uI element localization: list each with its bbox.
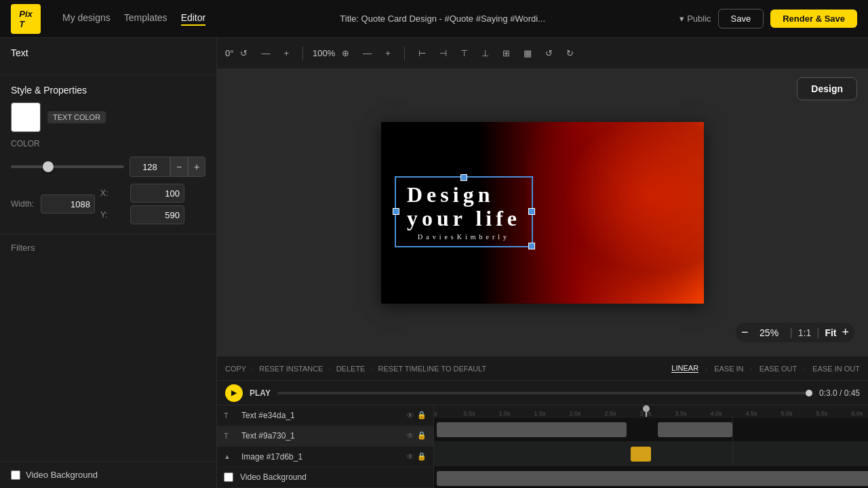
lock-icon-2[interactable]: 🔒 xyxy=(417,431,427,441)
ease-out-button[interactable]: EASE OUT xyxy=(760,365,797,373)
rotate-button[interactable]: ↺ xyxy=(236,45,252,61)
video-bg-checkbox[interactable] xyxy=(11,470,20,480)
separator-1 xyxy=(302,47,303,60)
logo[interactable]: PixT xyxy=(11,4,41,34)
text-icon-2: T xyxy=(224,432,237,440)
play-button[interactable]: ▶ xyxy=(225,384,243,402)
x-label: X: xyxy=(100,188,127,198)
tl-actions: COPY · RESET INSTANCE · DELETE · RESET T… xyxy=(225,365,486,373)
clip-1a[interactable] xyxy=(437,422,627,437)
color-badge: TEXT COLOR xyxy=(47,111,106,123)
text-label: Text xyxy=(11,47,205,58)
canvas-container: Design Designyour life DaviesKimberly xyxy=(217,69,868,356)
playhead-marker xyxy=(643,405,650,412)
width-label: Width: xyxy=(11,199,38,209)
current-time: 0:3.0 / 0:45 xyxy=(819,388,860,398)
main-layout: Text Style & Properties TEXT COLOR COLOR… xyxy=(0,38,868,488)
align-center-h[interactable]: ⊣ xyxy=(435,45,451,61)
align-left[interactable]: ⊢ xyxy=(414,45,430,61)
lock-icon-1[interactable]: 🔒 xyxy=(417,411,427,420)
dimensions-row: Width: X: Y: xyxy=(11,184,205,224)
nav-editor[interactable]: Editor xyxy=(181,12,206,26)
align-right[interactable]: ⊤ xyxy=(456,45,472,61)
zoom-group: 100% ⊕ xyxy=(313,45,353,61)
lock-icon-3[interactable]: 🔒 xyxy=(417,452,427,462)
zoom-minus[interactable]: − xyxy=(741,325,749,340)
zoom-in-tb[interactable]: + xyxy=(381,45,395,61)
width-input[interactable] xyxy=(41,195,95,214)
handle-right[interactable] xyxy=(528,208,535,215)
y-input[interactable] xyxy=(130,205,184,224)
ease-in-button[interactable]: EASE IN xyxy=(714,365,743,373)
visibility-icon-2[interactable]: 👁 xyxy=(406,431,414,441)
x-input[interactable] xyxy=(130,184,184,203)
zoom-fit[interactable]: Fit xyxy=(825,327,836,338)
clip-2-yellow[interactable] xyxy=(631,447,651,462)
dropdown-icon: ▾ xyxy=(679,14,684,24)
mark-3-5s: 3.5s xyxy=(675,410,686,417)
time-ruler: 0s 0.5s 1.0s 1.5s 2.0s 2.5s 3.0s 3.5s 4.… xyxy=(434,405,868,418)
font-size-input[interactable]: 128 xyxy=(130,157,170,177)
mark-0s: 0s xyxy=(434,410,437,417)
rotation-value: 0° xyxy=(225,48,233,58)
color-swatch[interactable] xyxy=(11,102,41,132)
font-size-slider[interactable] xyxy=(11,165,124,168)
document-title: Title: Quote Card Design - #Quote #Sayin… xyxy=(222,14,663,24)
font-size-decrease[interactable]: − xyxy=(170,157,188,177)
font-size-increase[interactable]: + xyxy=(188,157,205,177)
handle-left[interactable] xyxy=(393,208,399,215)
visibility-icon-3[interactable]: 👁 xyxy=(406,452,414,462)
align-top[interactable]: ⊥ xyxy=(477,45,493,61)
logo-icon: PixT xyxy=(11,4,41,34)
chart-icon[interactable]: ▦ xyxy=(519,45,536,61)
font-size-input-group: 128 − + xyxy=(130,157,205,177)
zoom-ratio: 1:1 xyxy=(798,327,811,338)
progress-bar[interactable] xyxy=(277,392,812,394)
zoom-plus[interactable]: + xyxy=(842,325,849,340)
public-toggle[interactable]: ▾ Public xyxy=(679,14,711,24)
top-navigation: PixT My designs Templates Editor Title: … xyxy=(0,0,868,38)
decrease-rotation[interactable]: — xyxy=(257,45,274,61)
nav-my-designs[interactable]: My designs xyxy=(62,12,111,26)
track-label-image: ▲ Image #17d6b_1 👁 🔒 xyxy=(217,447,433,468)
clip-1b[interactable] xyxy=(658,422,732,437)
zoom-separator-2: | xyxy=(816,327,819,339)
mark-6s: 6.0s xyxy=(851,410,863,417)
undo[interactable]: ↺ xyxy=(541,45,557,61)
linear-button[interactable]: LINEAR xyxy=(671,364,698,373)
delete-button[interactable]: DELETE xyxy=(336,365,366,373)
mark-2-5s: 2.5s xyxy=(604,410,616,417)
copy-button[interactable]: COPY xyxy=(225,365,246,373)
track-name-3: Image #17d6b_1 xyxy=(241,452,402,462)
increase-rotation[interactable]: + xyxy=(279,45,293,61)
align-center-v[interactable]: ⊞ xyxy=(498,45,514,61)
reset-timeline-button[interactable]: RESET TIMELINE TO DEFAULT xyxy=(378,365,487,373)
zoom-percentage: 25% xyxy=(754,327,785,338)
track-label-text1: T Text #e34da_1 👁 🔒 xyxy=(217,405,433,426)
reset-instance-button[interactable]: RESET INSTANCE xyxy=(259,365,323,373)
design-button[interactable]: Design xyxy=(797,77,857,100)
nav-links: My designs Templates Editor xyxy=(62,12,205,26)
video-bg-track-checkbox[interactable] xyxy=(224,472,233,482)
redo[interactable]: ↻ xyxy=(562,45,578,61)
save-button[interactable]: Save xyxy=(718,9,764,28)
timeline-controls: COPY · RESET INSTANCE · DELETE · RESET T… xyxy=(217,357,868,381)
track-row-1 xyxy=(434,418,868,442)
track-name-4: Video Background xyxy=(240,472,427,482)
handle-bottom-right[interactable] xyxy=(528,243,535,249)
canvas-area: 0° ↺ — + 100% ⊕ — + ⊢ ⊣ ⊤ ⊥ ⊞ ▦ ↺ xyxy=(217,38,868,356)
clip-3[interactable] xyxy=(437,471,868,486)
filters-label: Filters xyxy=(0,235,216,261)
canvas-text-selection[interactable]: Designyour life DaviesKimberly xyxy=(395,176,533,247)
zoom-out-tb[interactable]: — xyxy=(359,45,376,61)
style-properties-label: Style & Properties xyxy=(11,85,205,96)
progress-handle xyxy=(806,390,812,396)
playhead[interactable] xyxy=(646,405,647,417)
design-canvas[interactable]: Designyour life DaviesKimberly xyxy=(381,122,704,304)
handle-top-center[interactable] xyxy=(460,174,467,181)
ease-in-out-button[interactable]: EASE IN OUT xyxy=(812,365,860,373)
nav-templates[interactable]: Templates xyxy=(124,12,167,26)
visibility-icon-1[interactable]: 👁 xyxy=(406,411,414,420)
mark-5s: 5.0s xyxy=(781,410,792,417)
render-save-button[interactable]: Render & Save xyxy=(770,9,857,28)
